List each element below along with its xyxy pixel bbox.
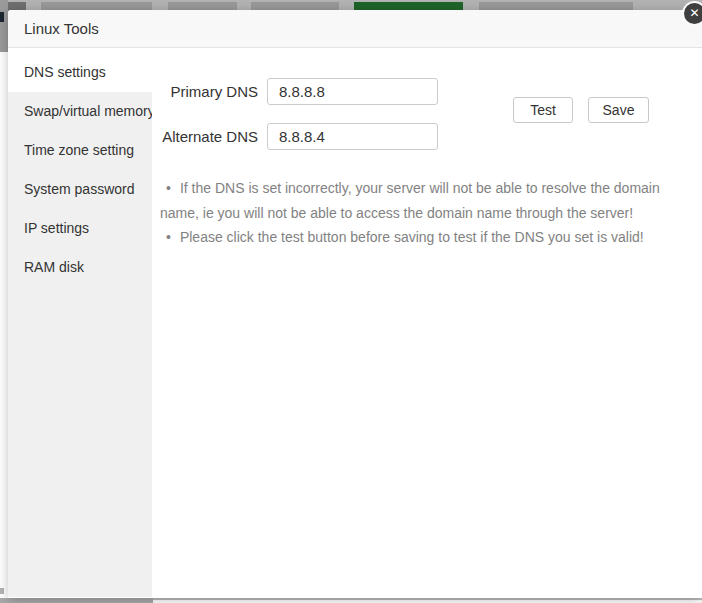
sidebar-item-ip-settings[interactable]: IP settings	[8, 209, 152, 248]
dns-settings-panel: Primary DNS Alternate DNS Test Save If t…	[152, 48, 702, 597]
alternate-dns-label: Alternate DNS	[152, 123, 258, 150]
sidebar-item-ram-disk[interactable]: RAM disk	[8, 248, 152, 287]
dialog-title: Linux Tools	[8, 10, 702, 48]
sidebar-item-dns-settings[interactable]: DNS settings	[8, 48, 152, 92]
dns-notes: If the DNS is set incorrectly, your serv…	[160, 176, 684, 250]
background-page-fragment	[0, 598, 153, 603]
close-icon[interactable]: ✕	[682, 1, 702, 26]
dns-note-test-before-save: Please click the test button before savi…	[160, 225, 684, 250]
sidebar-item-system-password[interactable]: System password	[8, 170, 152, 209]
sidebar-item-swap-virtual-memory[interactable]: Swap/virtual memory	[8, 92, 152, 131]
settings-sidebar: DNS settings Swap/virtual memory Time zo…	[8, 48, 152, 597]
linux-tools-dialog: Linux Tools DNS settings Swap/virtual me…	[8, 10, 702, 598]
save-button[interactable]: Save	[588, 97, 649, 123]
background-text-fragment	[0, 12, 4, 22]
alternate-dns-input[interactable]	[267, 123, 438, 150]
primary-dns-input[interactable]	[267, 78, 438, 105]
dns-note-incorrect-warning: If the DNS is set incorrectly, your serv…	[160, 176, 684, 225]
background-page-fragment	[0, 0, 8, 52]
test-button[interactable]: Test	[513, 97, 573, 123]
sidebar-item-time-zone-setting[interactable]: Time zone setting	[8, 131, 152, 170]
dialog-body: DNS settings Swap/virtual memory Time zo…	[8, 48, 702, 597]
background-page-fragment	[0, 588, 4, 594]
primary-dns-label: Primary DNS	[152, 78, 258, 105]
